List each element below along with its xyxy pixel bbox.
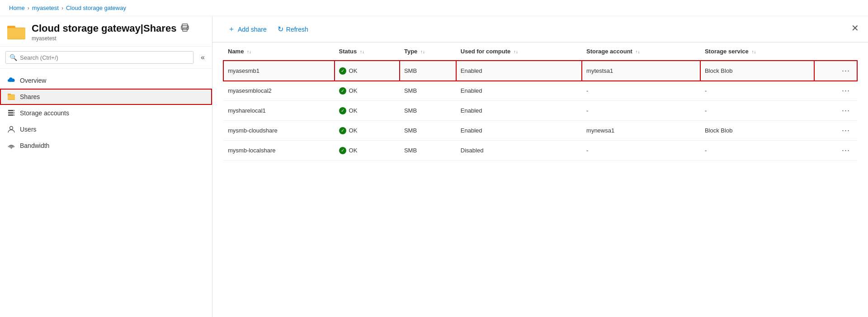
sidebar: Cloud storage gateway | Shares myasetest bbox=[0, 16, 212, 317]
col-status[interactable]: Status ↑↓ bbox=[335, 43, 400, 61]
search-icon: 🔍 bbox=[9, 54, 17, 61]
sidebar-item-shares[interactable]: Shares bbox=[0, 89, 212, 105]
cell-storage-service: Block Blob bbox=[700, 61, 814, 81]
sidebar-item-overview[interactable]: Overview bbox=[0, 72, 212, 89]
sidebar-item-users[interactable]: Users bbox=[0, 121, 212, 137]
table-row[interactable]: myasesmblocal2✓OKSMBEnabled--··· bbox=[223, 81, 857, 101]
col-storage-service[interactable]: Storage service ↑↓ bbox=[700, 43, 814, 61]
svg-point-14 bbox=[13, 113, 14, 114]
col-name[interactable]: Name ↑↓ bbox=[223, 43, 335, 61]
resource-section-title: Shares bbox=[143, 23, 176, 34]
breadcrumb-myasetest[interactable]: myasetest bbox=[32, 5, 59, 11]
more-actions-button[interactable]: ··· bbox=[839, 85, 853, 96]
status-text: OK bbox=[349, 87, 358, 94]
col-type[interactable]: Type ↑↓ bbox=[400, 43, 456, 61]
storage-accounts-icon bbox=[7, 109, 15, 117]
more-actions-button[interactable]: ··· bbox=[839, 125, 853, 136]
cell-status: ✓OK bbox=[335, 101, 400, 121]
table-row[interactable]: mysmb-localshare✓OKSMBDisabled--··· bbox=[223, 141, 857, 161]
cell-type: SMB bbox=[400, 101, 456, 121]
sidebar-item-shares-label: Shares bbox=[20, 93, 40, 100]
cell-name: mysmb-cloudshare bbox=[223, 121, 335, 141]
sort-type-arrows: ↑↓ bbox=[420, 49, 425, 54]
cell-type: SMB bbox=[400, 121, 456, 141]
breadcrumb-home[interactable]: Home bbox=[9, 5, 25, 11]
collapse-sidebar-button[interactable]: « bbox=[199, 52, 207, 63]
cell-type: SMB bbox=[400, 61, 456, 81]
cell-used-for-compute: Disabled bbox=[456, 141, 582, 161]
cell-storage-account: - bbox=[582, 81, 700, 101]
sort-storage-arrows: ↑↓ bbox=[636, 49, 640, 54]
cell-used-for-compute: Enabled bbox=[456, 61, 582, 81]
resource-title-block: Cloud storage gateway | Shares myasetest bbox=[32, 23, 189, 42]
cell-more-actions: ··· bbox=[814, 101, 857, 121]
col-storage-account[interactable]: Storage account ↑↓ bbox=[582, 43, 700, 61]
cell-storage-service: Block Blob bbox=[700, 121, 814, 141]
cell-used-for-compute: Enabled bbox=[456, 81, 582, 101]
add-share-label: Add share bbox=[238, 26, 267, 33]
more-actions-button[interactable]: ··· bbox=[839, 105, 853, 116]
sidebar-item-storage-accounts[interactable]: Storage accounts bbox=[0, 105, 212, 121]
cell-status: ✓OK bbox=[335, 141, 400, 161]
toolbar: ＋ Add share ↻ Refresh bbox=[212, 16, 868, 43]
cell-type: SMB bbox=[400, 141, 456, 161]
cell-storage-account: - bbox=[582, 101, 700, 121]
search-input[interactable] bbox=[20, 54, 189, 61]
sort-service-arrows: ↑↓ bbox=[751, 49, 756, 54]
breadcrumb-current: Cloud storage gateway bbox=[66, 5, 126, 11]
cell-more-actions: ··· bbox=[814, 81, 857, 101]
svg-point-6 bbox=[187, 27, 188, 28]
cell-status: ✓OK bbox=[335, 61, 400, 81]
cell-more-actions: ··· bbox=[814, 141, 857, 161]
status-ok-icon: ✓ bbox=[339, 67, 346, 75]
table-row[interactable]: mysmb-cloudshare✓OKSMBEnabledmynewsa1Blo… bbox=[223, 121, 857, 141]
cell-type: SMB bbox=[400, 81, 456, 101]
add-share-button[interactable]: ＋ Add share bbox=[223, 22, 271, 37]
cell-storage-service: - bbox=[700, 141, 814, 161]
close-button[interactable]: ✕ bbox=[851, 23, 859, 33]
table-row[interactable]: myasesmb1✓OKSMBEnabledmytestsa1Block Blo… bbox=[223, 61, 857, 81]
cell-name: mysmb-localshare bbox=[223, 141, 335, 161]
refresh-button[interactable]: ↻ Refresh bbox=[273, 22, 313, 36]
sort-status-arrows: ↑↓ bbox=[360, 49, 364, 54]
svg-rect-2 bbox=[7, 28, 25, 39]
status-text: OK bbox=[349, 147, 358, 154]
col-used-for-compute[interactable]: Used for compute ↑↓ bbox=[456, 43, 582, 61]
svg-point-15 bbox=[13, 115, 14, 116]
svg-rect-9 bbox=[8, 95, 15, 99]
cell-storage-account: mytestsa1 bbox=[582, 61, 700, 81]
status-text: OK bbox=[349, 127, 358, 134]
svg-point-17 bbox=[11, 148, 12, 149]
sidebar-item-storage-accounts-label: Storage accounts bbox=[20, 109, 69, 117]
more-actions-button[interactable]: ··· bbox=[839, 145, 853, 156]
breadcrumb: Home › myasetest › Cloud storage gateway bbox=[0, 0, 868, 16]
users-icon bbox=[7, 125, 15, 133]
more-actions-button[interactable]: ··· bbox=[839, 65, 853, 76]
sidebar-item-bandwidth-label: Bandwidth bbox=[20, 142, 49, 149]
cell-storage-account: mynewsa1 bbox=[582, 121, 700, 141]
table-wrap: Name ↑↓ Status ↑↓ Type ↑↓ Used for com bbox=[212, 43, 868, 317]
nav-list: Overview Shares bbox=[0, 69, 212, 317]
search-input-wrap[interactable]: 🔍 bbox=[5, 51, 193, 64]
breadcrumb-sep-1: › bbox=[28, 5, 29, 11]
svg-point-16 bbox=[10, 127, 13, 130]
status-ok-icon: ✓ bbox=[339, 107, 346, 114]
cell-used-for-compute: Enabled bbox=[456, 121, 582, 141]
breadcrumb-sep-2: › bbox=[61, 5, 63, 11]
svg-point-13 bbox=[13, 110, 14, 111]
add-icon: ＋ bbox=[228, 24, 235, 34]
sort-name-arrows: ↑↓ bbox=[247, 49, 251, 54]
refresh-icon: ↻ bbox=[278, 25, 283, 33]
content-area: ✕ ＋ Add share ↻ Refresh Name ↑↓ bbox=[212, 16, 868, 317]
shares-table: Name ↑↓ Status ↑↓ Type ↑↓ Used for com bbox=[223, 43, 857, 161]
print-button[interactable] bbox=[181, 24, 189, 34]
refresh-label: Refresh bbox=[286, 26, 308, 33]
sort-compute-arrows: ↑↓ bbox=[514, 49, 518, 54]
cloud-icon bbox=[7, 76, 15, 85]
cell-storage-account: - bbox=[582, 141, 700, 161]
sidebar-item-bandwidth[interactable]: Bandwidth bbox=[0, 137, 212, 154]
col-actions bbox=[814, 43, 857, 61]
cell-used-for-compute: Enabled bbox=[456, 101, 582, 121]
resource-folder-icon bbox=[7, 24, 25, 40]
table-row[interactable]: mysharelocal1✓OKSMBEnabled--··· bbox=[223, 101, 857, 121]
